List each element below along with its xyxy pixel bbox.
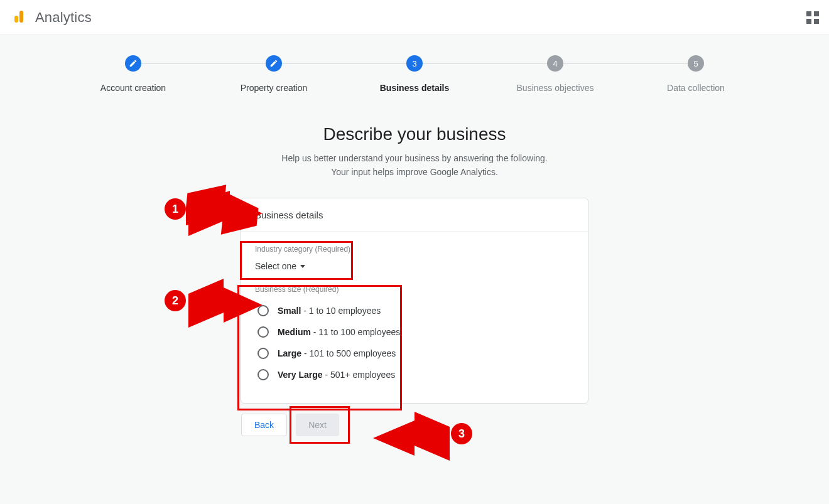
annotation-arrow-2 bbox=[186, 276, 264, 336]
dropdown-caret-icon bbox=[300, 265, 305, 268]
step-number: 5 bbox=[688, 55, 704, 72]
subtitle-line: Help us better understand your business … bbox=[281, 153, 547, 163]
svg-rect-0 bbox=[14, 16, 18, 23]
brand: Analytics bbox=[10, 8, 92, 27]
industry-select[interactable]: Select one bbox=[255, 260, 305, 272]
subtitle-line: Your input helps improve Google Analytic… bbox=[331, 167, 498, 177]
size-label: Business size (Required) bbox=[255, 285, 574, 294]
annotation-arrow-1-shape bbox=[186, 185, 264, 245]
svg-marker-5 bbox=[188, 279, 263, 328]
business-details-card: Business details Industry category (Requ… bbox=[241, 198, 588, 404]
step-number: 3 bbox=[406, 55, 423, 72]
size-option-desc: - 1 to 10 employees bbox=[301, 306, 381, 316]
annotation-number-3: 3 bbox=[451, 423, 472, 444]
svg-marker-4 bbox=[188, 187, 263, 236]
step-number: 4 bbox=[547, 55, 563, 72]
back-button[interactable]: Back bbox=[241, 414, 287, 436]
stepper: Account creation Property creation 3 Bus… bbox=[63, 55, 766, 93]
product-name: Analytics bbox=[35, 9, 92, 26]
card-title: Business details bbox=[241, 198, 588, 232]
pencil-icon bbox=[125, 55, 141, 72]
industry-label: Industry category (Required) bbox=[255, 245, 574, 254]
size-option-medium[interactable]: Medium - 11 to 100 employees bbox=[255, 321, 574, 343]
size-option-desc: - 101 to 500 employees bbox=[301, 348, 396, 358]
step-business-details[interactable]: 3 Business details bbox=[344, 55, 485, 93]
page-content: Account creation Property creation 3 Bus… bbox=[0, 35, 829, 504]
apps-grid-icon[interactable] bbox=[806, 11, 819, 24]
step-label: Business objectives bbox=[485, 83, 626, 93]
step-property-creation[interactable]: Property creation bbox=[203, 55, 344, 93]
step-label: Property creation bbox=[203, 83, 344, 93]
step-data-collection: 5 Data collection bbox=[626, 55, 766, 93]
size-option-name: Large bbox=[278, 348, 301, 358]
radio-icon bbox=[257, 369, 269, 380]
size-option-small[interactable]: Small - 1 to 10 employees bbox=[255, 300, 574, 321]
page-title: Describe your business bbox=[0, 124, 829, 144]
size-option-name: Small bbox=[278, 306, 301, 316]
size-option-desc: - 11 to 100 employees bbox=[311, 327, 400, 337]
size-option-very-large[interactable]: Very Large - 501+ employees bbox=[255, 364, 574, 385]
step-label: Account creation bbox=[63, 83, 203, 93]
step-account-creation[interactable]: Account creation bbox=[63, 55, 203, 93]
step-business-objectives: 4 Business objectives bbox=[485, 55, 626, 93]
top-bar: Analytics bbox=[0, 0, 829, 35]
step-label: Data collection bbox=[626, 83, 766, 93]
industry-selected-text: Select one bbox=[255, 261, 296, 271]
next-button: Next bbox=[296, 414, 339, 436]
step-label: Business details bbox=[344, 83, 485, 93]
heading-block: Describe your business Help us better un… bbox=[0, 124, 829, 179]
annotation-arrow-3 bbox=[371, 409, 452, 469]
svg-marker-6 bbox=[373, 412, 450, 461]
size-option-name: Very Large bbox=[278, 370, 323, 380]
page-subtitle: Help us better understand your business … bbox=[0, 152, 829, 179]
annotation-number-1: 1 bbox=[165, 198, 186, 220]
radio-icon bbox=[257, 348, 269, 359]
size-option-desc: - 501+ employees bbox=[323, 370, 396, 380]
size-radio-group: Small - 1 to 10 employees Medium - 11 to… bbox=[255, 300, 574, 385]
analytics-logo-icon bbox=[10, 8, 26, 27]
size-option-large[interactable]: Large - 101 to 500 employees bbox=[255, 343, 574, 364]
size-option-name: Medium bbox=[278, 327, 311, 337]
pencil-icon bbox=[266, 55, 282, 72]
annotation-number-2: 2 bbox=[165, 290, 186, 311]
svg-rect-1 bbox=[19, 11, 23, 23]
